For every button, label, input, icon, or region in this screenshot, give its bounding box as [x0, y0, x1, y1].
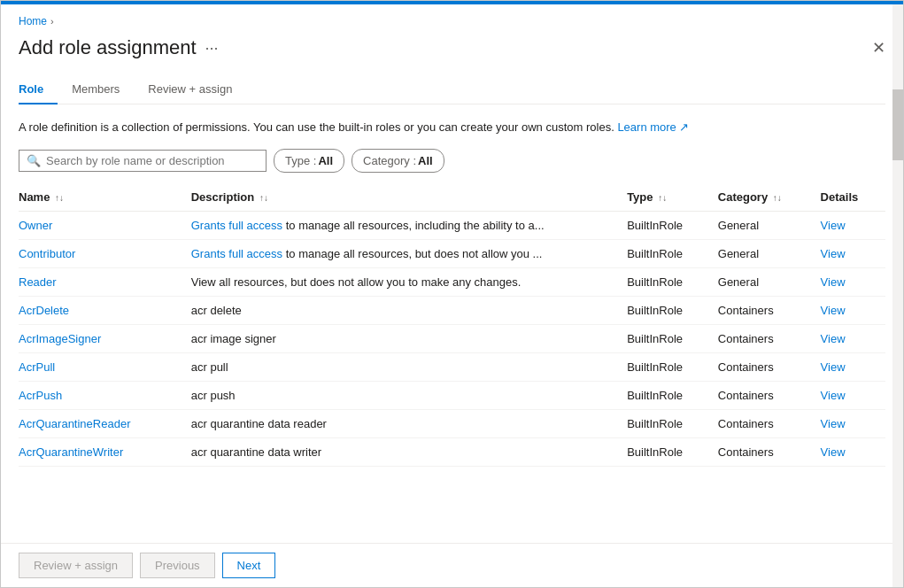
- role-type: BuiltInRole: [627, 324, 718, 352]
- roles-table-container: Name ↑↓ Description ↑↓ Type ↑↓ Categor: [19, 183, 885, 544]
- table-row: ContributorGrants full access to manage …: [19, 239, 885, 267]
- role-description: Grants full access to manage all resourc…: [191, 239, 627, 267]
- table-body: OwnerGrants full access to manage all re…: [19, 211, 885, 466]
- role-details[interactable]: View: [821, 437, 885, 466]
- role-category: Containers: [718, 381, 821, 409]
- page-title: Add role assignment: [19, 36, 197, 59]
- role-details[interactable]: View: [821, 409, 885, 437]
- table-row: AcrDeleteacr deleteBuiltInRoleContainers…: [19, 296, 885, 324]
- footer: Review + assign Previous Next: [1, 543, 903, 587]
- table-row: ReaderView all resources, but does not a…: [19, 267, 885, 296]
- role-description: Grants full access to manage all resourc…: [191, 211, 627, 239]
- role-category: Containers: [718, 409, 821, 437]
- tabs-container: Role Members Review + assign: [19, 75, 885, 104]
- role-details[interactable]: View: [821, 381, 885, 409]
- previous-button[interactable]: Previous: [140, 553, 215, 578]
- col-header-type[interactable]: Type ↑↓: [627, 183, 718, 212]
- search-box[interactable]: 🔍: [19, 150, 267, 172]
- table-row: OwnerGrants full access to manage all re…: [19, 211, 885, 239]
- role-name[interactable]: Contributor: [19, 239, 191, 267]
- sort-type-icon: ↑↓: [658, 193, 667, 203]
- role-type: BuiltInRole: [627, 211, 718, 239]
- role-name[interactable]: AcrQuarantineReader: [19, 409, 191, 437]
- role-details[interactable]: View: [821, 352, 885, 381]
- tab-role[interactable]: Role: [19, 75, 58, 104]
- table-row: AcrPushacr pushBuiltInRoleContainersView: [19, 381, 885, 409]
- category-filter-button[interactable]: Category : All: [352, 149, 444, 173]
- role-type: BuiltInRole: [627, 437, 718, 466]
- learn-more-link[interactable]: Learn more ↗: [617, 120, 689, 134]
- role-type: BuiltInRole: [627, 381, 718, 409]
- role-category: Containers: [718, 296, 821, 324]
- role-type: BuiltInRole: [627, 352, 718, 381]
- role-description: acr delete: [191, 296, 627, 324]
- role-type: BuiltInRole: [627, 409, 718, 437]
- role-category: Containers: [718, 437, 821, 466]
- col-header-category[interactable]: Category ↑↓: [718, 183, 821, 212]
- header: Home › Add role assignment ··· ✕ Role Me…: [1, 4, 903, 104]
- close-button[interactable]: ✕: [865, 35, 892, 61]
- next-button[interactable]: Next: [222, 553, 276, 578]
- role-description: acr pull: [191, 352, 627, 381]
- role-details[interactable]: View: [821, 211, 885, 239]
- roles-table: Name ↑↓ Description ↑↓ Type ↑↓ Categor: [19, 183, 885, 467]
- col-header-details: Details: [821, 183, 885, 212]
- add-role-assignment-window: Home › Add role assignment ··· ✕ Role Me…: [0, 0, 904, 588]
- role-name[interactable]: AcrDelete: [19, 296, 191, 324]
- role-name[interactable]: Owner: [19, 211, 191, 239]
- role-name[interactable]: AcrPull: [19, 352, 191, 381]
- vertical-scrollbar[interactable]: [892, 4, 903, 587]
- search-input[interactable]: [46, 154, 259, 167]
- search-icon: 🔍: [27, 154, 41, 167]
- role-description: View all resources, but does not allow y…: [191, 267, 627, 296]
- filters-bar: 🔍 Type : All Category : All: [19, 149, 885, 173]
- description-text: A role definition is a collection of per…: [19, 119, 885, 136]
- role-description: acr image signer: [191, 324, 627, 352]
- review-assign-button[interactable]: Review + assign: [19, 553, 133, 578]
- role-type: BuiltInRole: [627, 296, 718, 324]
- more-options-icon[interactable]: ···: [205, 39, 219, 58]
- table-row: AcrPullacr pullBuiltInRoleContainersView: [19, 352, 885, 381]
- role-name[interactable]: AcrQuarantineWriter: [19, 437, 191, 466]
- sort-name-icon: ↑↓: [55, 193, 64, 203]
- role-category: General: [718, 267, 821, 296]
- role-name[interactable]: Reader: [19, 267, 191, 296]
- role-description: acr quarantine data reader: [191, 409, 627, 437]
- tab-members[interactable]: Members: [58, 75, 134, 104]
- role-category: Containers: [718, 352, 821, 381]
- col-header-name[interactable]: Name ↑↓: [19, 183, 191, 212]
- breadcrumb: Home ›: [19, 15, 885, 27]
- role-details[interactable]: View: [821, 324, 885, 352]
- role-description: acr quarantine data writer: [191, 437, 627, 466]
- table-row: AcrImageSigneracr image signerBuiltInRol…: [19, 324, 885, 352]
- title-area: Add role assignment ···: [19, 36, 219, 59]
- sort-cat-icon: ↑↓: [773, 193, 782, 203]
- tab-review-assign[interactable]: Review + assign: [134, 75, 246, 104]
- breadcrumb-chevron: ›: [50, 16, 54, 27]
- table-row: AcrQuarantineWriteracr quarantine data w…: [19, 437, 885, 466]
- scrollbar-thumb[interactable]: [892, 89, 903, 160]
- role-details[interactable]: View: [821, 239, 885, 267]
- breadcrumb-home[interactable]: Home: [19, 15, 47, 27]
- title-row: Add role assignment ··· ✕: [19, 35, 885, 61]
- role-details[interactable]: View: [821, 267, 885, 296]
- role-name[interactable]: AcrImageSigner: [19, 324, 191, 352]
- role-category: General: [718, 239, 821, 267]
- role-type: BuiltInRole: [627, 239, 718, 267]
- sort-desc-icon: ↑↓: [259, 193, 268, 203]
- main-content: A role definition is a collection of per…: [1, 104, 903, 543]
- role-description: acr push: [191, 381, 627, 409]
- role-category: Containers: [718, 324, 821, 352]
- role-type: BuiltInRole: [627, 267, 718, 296]
- table-row: AcrQuarantineReaderacr quarantine data r…: [19, 409, 885, 437]
- table-header: Name ↑↓ Description ↑↓ Type ↑↓ Categor: [19, 183, 885, 212]
- role-name[interactable]: AcrPush: [19, 381, 191, 409]
- type-filter-button[interactable]: Type : All: [274, 149, 344, 173]
- role-category: General: [718, 211, 821, 239]
- col-header-description[interactable]: Description ↑↓: [191, 183, 627, 212]
- role-details[interactable]: View: [821, 296, 885, 324]
